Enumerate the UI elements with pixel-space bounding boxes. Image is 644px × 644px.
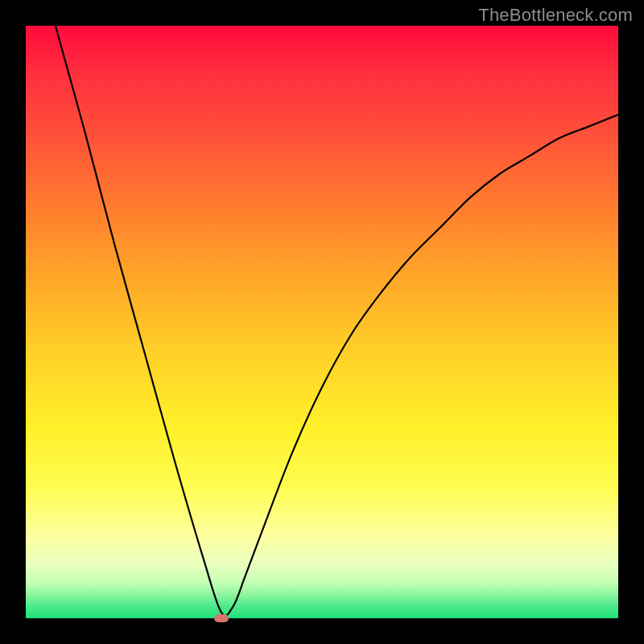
minimum-marker bbox=[214, 614, 229, 622]
chart-frame: TheBottleneck.com bbox=[0, 0, 644, 644]
bottleneck-curve bbox=[26, 26, 618, 618]
plot-area bbox=[26, 26, 618, 618]
watermark-text: TheBottleneck.com bbox=[478, 5, 633, 26]
